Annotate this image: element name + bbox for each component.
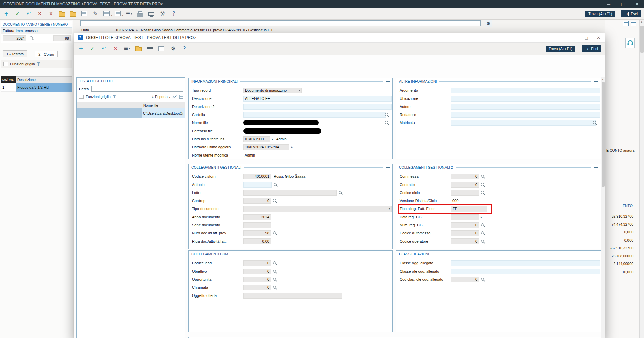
lookup-icon[interactable] [481, 223, 485, 227]
maximize-icon[interactable] [580, 33, 592, 42]
field-input[interactable]: 0 [243, 277, 271, 282]
field-input[interactable]: 0 [451, 277, 479, 282]
field-input[interactable] [243, 182, 272, 188]
scrollbar-thumb[interactable] [640, 26, 644, 53]
field-input[interactable] [243, 190, 337, 196]
field-input[interactable]: FE [451, 206, 487, 212]
panel-toggle2-icon[interactable] [631, 21, 636, 26]
chart-icon[interactable] [172, 95, 177, 99]
data-value[interactable]: 10/07/2024 [115, 28, 134, 32]
add-icon[interactable]: + [78, 45, 84, 52]
detail-arrow-icon[interactable]: ▸ [272, 137, 274, 141]
collapse-button[interactable] [632, 119, 636, 119]
field-select[interactable]: ▾ [243, 206, 392, 212]
folder-icon[interactable] [70, 12, 76, 17]
column-header-cod-art[interactable]: Cod. Art. [1, 76, 16, 83]
help-icon[interactable]: ? [181, 45, 187, 52]
maximize-icon[interactable] [616, 0, 630, 8]
field-input[interactable]: 2024 [243, 214, 271, 220]
esporta-button[interactable]: Esporta [151, 95, 170, 99]
field-input[interactable]: 0 [243, 260, 271, 266]
field-input[interactable] [451, 269, 600, 274]
lookup-icon[interactable] [273, 199, 277, 203]
field-input[interactable]: 0,00 [243, 238, 271, 244]
settings-button[interactable]: ⚙ [485, 20, 492, 27]
delete-icon[interactable]: ✕ [112, 45, 118, 52]
field-input[interactable]: 01/01/1900 [243, 136, 270, 142]
collapse-button[interactable] [594, 81, 598, 82]
clear-row-icon[interactable]: ✕ [37, 10, 43, 17]
field-input[interactable]: 0 [451, 182, 479, 188]
edit-pencil-icon[interactable]: ✎ [92, 10, 98, 17]
column-header-blank[interactable] [77, 102, 142, 108]
detail-arrow-icon[interactable]: ▸ [481, 215, 482, 219]
tab-testata[interactable]: 1 - Testata [3, 50, 27, 57]
close-icon[interactable] [630, 0, 644, 8]
detail-arrow-icon[interactable]: ▸ [291, 145, 293, 149]
undo-icon[interactable]: ↶ [26, 10, 32, 17]
lookup-icon[interactable] [481, 239, 485, 244]
support-headset-button[interactable] [625, 38, 635, 48]
field-input[interactable] [451, 112, 600, 118]
filter-funnel-icon[interactable] [113, 95, 116, 98]
collapse-button[interactable] [386, 254, 390, 254]
print-icon[interactable] [137, 13, 143, 17]
column-header-nome-file[interactable]: Nome file [142, 102, 185, 108]
minimize-icon[interactable] [602, 0, 616, 8]
search-input[interactable] [91, 86, 183, 92]
confirm-icon[interactable]: ✓ [89, 45, 95, 52]
field-input[interactable]: 0 [243, 269, 271, 274]
gear-icon[interactable]: ⚙ [170, 45, 176, 52]
lookup-icon[interactable] [481, 191, 485, 195]
lookup-icon[interactable] [273, 182, 278, 187]
folder-open-icon[interactable] [59, 12, 65, 17]
hamburger-menu-icon[interactable]: ≡ [124, 45, 130, 52]
grid-menu-icon[interactable] [79, 95, 84, 99]
anno-field[interactable]: 2024 [3, 35, 26, 41]
collapse-button[interactable] [386, 167, 390, 168]
field-input[interactable]: 0 [451, 238, 479, 244]
help-icon[interactable]: ? [171, 10, 177, 17]
lookup-icon[interactable] [273, 285, 277, 290]
panel-toggle-icon[interactable] [623, 21, 629, 26]
grid-menu-icon[interactable] [3, 62, 8, 66]
numero-field[interactable]: 98 [53, 35, 71, 41]
collapse-button[interactable] [386, 81, 390, 82]
trova-shortcut-badge[interactable]: Trova (Alt+F1) [546, 46, 575, 52]
esci-button[interactable]: Esci [582, 45, 601, 52]
field-input[interactable]: 98 [243, 230, 271, 236]
lookup-icon[interactable] [273, 277, 277, 282]
undo-icon[interactable]: ↶ [101, 45, 107, 52]
field-input[interactable] [451, 88, 600, 93]
funzioni-griglia-label[interactable]: Funzioni griglia [10, 62, 35, 66]
lookup-icon[interactable] [385, 121, 389, 125]
close-icon[interactable] [592, 33, 605, 42]
document-reference-input[interactable] [80, 20, 481, 26]
table-row[interactable]: 1 Floppy da 3 1/2 Hd [1, 83, 72, 92]
field-input[interactable]: ALLEGATO FE [243, 96, 392, 102]
filter-funnel-icon[interactable] [37, 62, 40, 66]
grid-view-icon[interactable] [179, 95, 183, 99]
lookup-icon[interactable] [481, 174, 485, 179]
field-input[interactable] [451, 104, 600, 110]
detail-arrow-icon[interactable] [136, 28, 138, 32]
field-input[interactable] [243, 104, 392, 110]
list-item[interactable]: C:\Users\Lara\Desktop\Or [77, 108, 185, 118]
confirm-icon[interactable]: ✓ [14, 10, 21, 17]
collapse-button[interactable] [594, 254, 598, 254]
document-menu-icon[interactable] [103, 11, 110, 16]
field-input[interactable] [451, 96, 600, 102]
field-input[interactable] [451, 214, 479, 220]
lookup-icon[interactable] [273, 269, 277, 274]
lookup-icon[interactable] [273, 261, 277, 265]
field-input[interactable] [451, 120, 596, 126]
lookup-icon[interactable] [385, 113, 389, 117]
minimize-icon[interactable] [568, 33, 580, 42]
lookup-icon[interactable] [273, 231, 277, 235]
scrollbar-thumb[interactable] [602, 82, 605, 187]
monitor-icon[interactable] [148, 12, 154, 16]
field-input[interactable]: 0 [243, 285, 271, 290]
lookup-icon[interactable] [481, 182, 485, 187]
field-input[interactable]: 0 [451, 174, 479, 179]
esci-button[interactable]: Esci [621, 10, 641, 17]
